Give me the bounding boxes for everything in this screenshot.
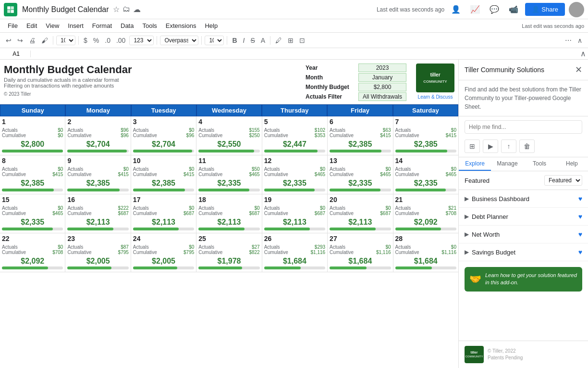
menu-file[interactable]: File xyxy=(4,21,22,30)
redo-button[interactable]: ↪ xyxy=(15,36,25,45)
day-cell-28[interactable]: 28 Actuals $0 Cumulative $1,116 $1,684 xyxy=(393,233,458,272)
font-size-select[interactable]: 10 xyxy=(205,36,224,45)
menu-view[interactable]: View xyxy=(42,21,63,30)
day-cell-3[interactable]: 3 Actuals $0 Cumulative $96 $2,704 xyxy=(131,116,196,155)
day-cell-21[interactable]: 21 Actuals $21 Cumulative $708 $2,092 xyxy=(393,194,458,233)
day-cell-14[interactable]: 14 Actuals $0 Cumulative $465 $2,335 xyxy=(393,155,458,194)
font-name-select[interactable]: Overpass xyxy=(160,36,198,45)
collapse-button[interactable]: ∧ xyxy=(576,36,584,45)
day-cell-17[interactable]: 17 Actuals $0 Cumulative $687 $2,113 xyxy=(131,194,196,233)
day-cell-25[interactable]: 25 Actuals $27 Cumulative $822 $1,978 xyxy=(196,233,262,272)
undo-button[interactable]: ↩ xyxy=(4,36,13,45)
day-budget: $2,385 xyxy=(2,179,63,188)
day-number: 1 xyxy=(2,117,63,127)
currency-button[interactable]: $ xyxy=(82,36,89,45)
tab-tools[interactable]: Tools xyxy=(524,157,556,171)
month-value[interactable]: January xyxy=(358,73,406,82)
day-cell-18[interactable]: 18 Actuals $0 Cumulative $687 $2,113 xyxy=(196,194,262,233)
day-cell-19[interactable]: 19 Actuals $0 Cumulative $687 $2,113 xyxy=(262,194,328,233)
day-cell-26[interactable]: 26 Actuals $293 Cumulative $1,116 $1,684 xyxy=(262,233,328,272)
strikethrough-button[interactable]: S xyxy=(248,36,257,45)
cell-reference[interactable]: A1 xyxy=(2,51,31,57)
day-number: 8 xyxy=(2,156,63,166)
share-button[interactable]: 👤 Tiller Community Solutions Share xyxy=(525,3,565,16)
decimal2-button[interactable]: .00 xyxy=(114,36,127,45)
highlight-button[interactable]: 🖊 xyxy=(273,36,284,45)
paint-format-button[interactable]: 🖌 xyxy=(39,36,50,45)
avatar[interactable] xyxy=(569,2,584,17)
featured-select[interactable]: Featured xyxy=(544,175,582,186)
solution-item-1[interactable]: ▶ Debt Planner ♥ xyxy=(459,208,588,226)
trash-icon-button[interactable]: 🗑 xyxy=(519,140,535,153)
text-color-button[interactable]: A xyxy=(259,36,267,45)
solution-item-2[interactable]: ▶ Net Worth ♥ xyxy=(459,226,588,243)
cumulative-row: Cumulative $795 xyxy=(133,250,194,255)
merge-button[interactable]: ⊡ xyxy=(297,36,307,45)
day-cell-12[interactable]: 12 Actuals $0 Cumulative $465 $2,335 xyxy=(262,155,328,194)
menu-help[interactable]: Help xyxy=(201,21,221,30)
menu-edit[interactable]: Edit xyxy=(23,21,41,30)
close-panel-button[interactable]: ✕ xyxy=(575,64,582,75)
zoom-select[interactable]: 100% xyxy=(56,36,75,45)
day-cell-13[interactable]: 13 Actuals $0 Cumulative $465 $2,335 xyxy=(328,155,393,194)
filter-value[interactable]: All Withdrawals xyxy=(358,92,406,101)
day-cell-23[interactable]: 23 Actuals $87 Cumulative $795 $2,005 xyxy=(65,233,131,272)
more-options-button[interactable]: ⋯ xyxy=(563,36,574,45)
decimal0-button[interactable]: .0 xyxy=(103,36,112,45)
tab-explore[interactable]: Explore xyxy=(459,157,491,171)
solution-item-3[interactable]: ▶ Savings Budget ♥ xyxy=(459,243,588,261)
day-cell-24[interactable]: 24 Actuals $0 Cumulative $795 $2,005 xyxy=(131,233,196,272)
arrow-icon-button[interactable]: ▶ xyxy=(483,140,498,153)
bold-button[interactable]: B xyxy=(230,36,239,45)
day-cell-27[interactable]: 27 Actuals $0 Cumulative $1,116 $1,684 xyxy=(328,233,393,272)
format-more-select[interactable]: 123 xyxy=(129,36,154,45)
day-cell-1[interactable]: 1 Actuals $0 Cumulative $0 $2,800 xyxy=(0,116,65,155)
menu-extensions[interactable]: Extensions xyxy=(162,21,200,30)
formula-bar: A1 ∧ xyxy=(0,48,588,60)
print-button[interactable]: 🖨 xyxy=(27,36,37,45)
year-value[interactable]: 2023 xyxy=(358,63,406,72)
tab-help[interactable]: Help xyxy=(556,157,588,171)
menu-tools[interactable]: Tools xyxy=(138,21,160,30)
day-cell-15[interactable]: 15 Actuals $0 Cumulative $465 $2,335 xyxy=(0,194,65,233)
budget-value[interactable]: $2,800 xyxy=(358,83,406,91)
menu-data[interactable]: Data xyxy=(117,21,137,30)
percent-button[interactable]: % xyxy=(91,36,101,45)
formula-collapse-button[interactable]: ∧ xyxy=(580,49,586,58)
day-cell-22[interactable]: 22 Actuals $0 Cumulative $708 $2,092 xyxy=(0,233,65,272)
day-cell-8[interactable]: 8 Actuals $0 Cumulative $415 $2,385 xyxy=(0,155,65,194)
day-cell-16[interactable]: 16 Actuals $222 Cumulative $687 $2,113 xyxy=(65,194,131,233)
day-cell-9[interactable]: 9 Actuals $0 Cumulative $415 $2,385 xyxy=(65,155,131,194)
chat-icon[interactable]: 💬 xyxy=(487,2,502,17)
tab-manage[interactable]: Manage xyxy=(491,157,523,171)
heart-icon[interactable]: ♥ xyxy=(578,195,582,203)
heart-icon[interactable]: ♥ xyxy=(578,230,582,238)
borders-button[interactable]: ⊞ xyxy=(286,36,295,45)
solution-item-0[interactable]: ▶ Business Dashboard ♥ xyxy=(459,190,588,208)
help-search-input[interactable] xyxy=(465,120,582,134)
trending-icon[interactable]: 📈 xyxy=(467,2,483,17)
cumulative-row: Cumulative $708 xyxy=(2,250,63,255)
day-cell-20[interactable]: 20 Actuals $0 Cumulative $687 $2,113 xyxy=(328,194,393,233)
tiller-logo-area: tillerCOMMUNITY Learn & Discuss xyxy=(416,63,454,100)
heart-icon[interactable]: ♥ xyxy=(578,213,582,220)
cloud-icon[interactable]: ☁ xyxy=(133,5,141,14)
italic-button[interactable]: I xyxy=(241,36,247,45)
comments-history-icon[interactable]: 👤 xyxy=(448,2,464,17)
day-cell-4[interactable]: 4 Actuals $155 Cumulative $250 $2,550 xyxy=(196,116,262,155)
day-cell-7[interactable]: 7 Actuals $0 Cumulative $415 $2,385 xyxy=(393,116,458,155)
folder-icon[interactable]: 🗂 xyxy=(122,5,130,14)
day-cell-5[interactable]: 5 Actuals $102 Cumulative $353 $2,447 xyxy=(262,116,328,155)
day-cell-6[interactable]: 6 Actuals $63 Cumulative $415 $2,385 xyxy=(328,116,393,155)
heart-icon[interactable]: ♥ xyxy=(578,248,582,256)
menu-insert[interactable]: Insert xyxy=(64,21,87,30)
day-cell-10[interactable]: 10 Actuals $0 Cumulative $415 $2,385 xyxy=(131,155,196,194)
day-cell-11[interactable]: 11 Actuals $50 Cumulative $465 $2,335 xyxy=(196,155,262,194)
day-cell-2[interactable]: 2 Actuals $96 Cumulative $96 $2,704 xyxy=(65,116,131,155)
upload-icon-button[interactable]: ↑ xyxy=(501,140,516,153)
table-icon-button[interactable]: ⊞ xyxy=(465,140,480,153)
menu-format[interactable]: Format xyxy=(88,21,116,30)
meet-icon[interactable]: 📹 xyxy=(506,2,521,17)
star-icon[interactable]: ☆ xyxy=(113,5,120,14)
learn-link[interactable]: Learn & Discuss xyxy=(418,94,453,100)
